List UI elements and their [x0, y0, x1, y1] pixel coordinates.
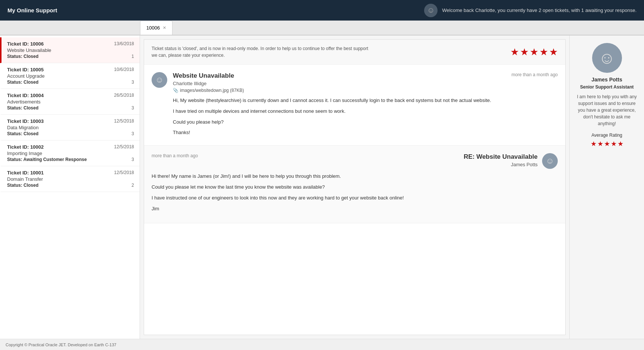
ticket-date: 13/6/2018: [114, 41, 134, 47]
app-header: My Online Support ☺ Welcome back Charlot…: [0, 0, 644, 21]
reply-body-p4: Jim: [152, 205, 538, 213]
ticket-item-10003[interactable]: Ticket ID: 10003 12/5/2018 Data Migratio…: [0, 115, 140, 140]
main-layout: Ticket ID: 10006 13/6/2018 Website Unava…: [0, 35, 644, 339]
ticket-count: 2: [131, 183, 134, 188]
reply-author: James Potts: [464, 162, 538, 167]
message-body-p1: Hi, My website (thestylearchive) is curr…: [173, 97, 558, 105]
sender-avatar-icon: ☺: [152, 72, 167, 88]
avg-star-half: ★: [617, 140, 623, 148]
rating-stars[interactable]: ★ ★ ★ ★ ★: [510, 46, 558, 58]
ticket-id: Ticket ID: 10006: [7, 41, 44, 47]
star-3[interactable]: ★: [530, 46, 538, 58]
agent-name: James Potts: [591, 77, 622, 83]
agent-role: Senior Support Assistant: [580, 84, 634, 90]
user-avatar-icon: ☺: [424, 4, 438, 17]
ticket-status: Status: Closed: [7, 183, 38, 188]
ticket-count: 3: [131, 105, 134, 111]
reply-time: more than a month ago: [152, 153, 198, 158]
closed-notice: Ticket status is 'closed', and is now in…: [144, 40, 565, 65]
message-body-p2: I have tried on multiple devices and int…: [173, 108, 558, 115]
ticket-item-10005[interactable]: Ticket ID: 10005 10/6/2018 Account Upgra…: [0, 63, 140, 89]
message-info: Website Unavailable Charlotte Illidge 📎 …: [173, 72, 244, 93]
ticket-status: Status: Closed: [7, 105, 38, 111]
ticket-subject: Data Migration: [7, 125, 134, 130]
original-message: ☺ Website Unavailable Charlotte Illidge …: [144, 65, 565, 146]
ticket-item-10006[interactable]: Ticket ID: 10006 13/6/2018 Website Unava…: [0, 37, 140, 63]
ticket-id: Ticket ID: 10002: [7, 144, 44, 150]
message-time: more than a month ago: [511, 72, 558, 77]
ticket-date: 26/5/2018: [114, 93, 134, 98]
ticket-item-10002[interactable]: Ticket ID: 10002 12/5/2018 Importing Ima…: [0, 140, 140, 166]
agent-side-panel: ☺ James Potts Senior Support Assistant I…: [569, 35, 644, 339]
tab-10006[interactable]: 10006 ✕: [140, 21, 172, 35]
ticket-count: 3: [131, 157, 134, 162]
content-area: Ticket status is 'closed', and is now in…: [140, 35, 644, 339]
attachment-text: images/websitedown.jpg (87KB): [180, 88, 244, 93]
reply-body-p1: Hi there! My name is James (or Jim!) and…: [152, 173, 538, 180]
tab-label: 10006: [146, 25, 160, 31]
tab-close-icon[interactable]: ✕: [163, 25, 166, 30]
ticket-status: Status: Closed: [7, 54, 38, 59]
ticket-subject: Domain Transfer: [7, 176, 134, 182]
avg-rating-stars: ★ ★ ★ ★ ★: [591, 140, 623, 148]
reply-body-p3: I have instructed one of our engineers t…: [152, 194, 538, 202]
message-body-p4: Thanks!: [173, 129, 558, 137]
ticket-subject: Advertisements: [7, 99, 134, 105]
ticket-date: 12/5/2018: [114, 118, 134, 124]
message-attachment: 📎 images/websitedown.jpg (87KB): [173, 88, 244, 93]
reply-message: more than a month ago RE: Website Unavai…: [144, 146, 565, 223]
message-title: Website Unavailable: [173, 72, 244, 80]
ticket-subject: Account Upgrade: [7, 73, 134, 79]
agent-bio: I am here to help you with any support i…: [575, 93, 638, 127]
ticket-status: Status: Closed: [7, 131, 38, 136]
ticket-id: Ticket ID: 10003: [7, 118, 44, 124]
attachment-icon: 📎: [173, 88, 178, 93]
star-4[interactable]: ★: [539, 46, 548, 58]
reply-body-p2: Could you please let me know the last ti…: [152, 183, 538, 191]
footer: Copyright © Practical Oracle JET. Develo…: [0, 339, 644, 350]
reply-title-block: RE: Website Unavailable James Potts: [464, 153, 538, 167]
header-right: ☺ Welcome back Charlotte, you currently …: [424, 4, 637, 17]
message-header: ☺ Website Unavailable Charlotte Illidge …: [152, 72, 558, 93]
ticket-detail: Ticket status is 'closed', and is now in…: [144, 39, 566, 335]
ticket-subject: Importing Image: [7, 151, 134, 156]
reply-right: RE: Website Unavailable James Potts ☺: [464, 153, 558, 169]
ticket-date: 12/5/2018: [114, 170, 134, 176]
ticket-count: 3: [131, 131, 134, 136]
reply-header: more than a month ago RE: Website Unavai…: [152, 153, 558, 169]
reply-title: RE: Website Unavailable: [464, 153, 538, 161]
star-5[interactable]: ★: [549, 46, 558, 58]
message-body-p3: Could you please help?: [173, 118, 558, 126]
ticket-id: Ticket ID: 10001: [7, 170, 44, 176]
ticket-date: 12/5/2018: [114, 144, 134, 150]
ticket-id: Ticket ID: 10005: [7, 67, 44, 72]
message-left: ☺ Website Unavailable Charlotte Illidge …: [152, 72, 244, 93]
avg-star-1: ★: [591, 140, 597, 148]
avg-rating-label: Average Rating: [591, 133, 622, 138]
ticket-item-10001[interactable]: Ticket ID: 10001 12/5/2018 Domain Transf…: [0, 166, 140, 192]
ticket-id: Ticket ID: 10004: [7, 93, 44, 98]
ticket-sidebar: Ticket ID: 10006 13/6/2018 Website Unava…: [0, 35, 140, 339]
message-body: Hi, My website (thestylearchive) is curr…: [173, 97, 558, 137]
ticket-subject: Website Unavailable: [7, 47, 134, 53]
agent-avatar-icon: ☺: [592, 43, 622, 73]
avg-star-2: ★: [597, 140, 603, 148]
ticket-date: 10/6/2018: [114, 67, 134, 72]
star-2[interactable]: ★: [520, 46, 529, 58]
ticket-status: Status: Awaiting Customer Response: [7, 157, 87, 162]
ticket-status: Status: Closed: [7, 80, 38, 85]
app-title: My Online Support: [7, 7, 57, 13]
star-1[interactable]: ★: [510, 46, 519, 58]
message-author: Charlotte Illidge: [173, 81, 244, 86]
ticket-count: 3: [131, 80, 134, 85]
closed-notice-text: Ticket status is 'closed', and is now in…: [152, 45, 375, 59]
welcome-message: Welcome back Charlotte, you currently ha…: [442, 7, 637, 13]
footer-text: Copyright © Practical Oracle JET. Develo…: [6, 343, 116, 347]
agent-avatar-small-icon: ☺: [542, 153, 558, 169]
ticket-item-10004[interactable]: Ticket ID: 10004 26/5/2018 Advertisement…: [0, 89, 140, 115]
avg-star-3: ★: [604, 140, 610, 148]
tab-bar: 10006 ✕: [0, 21, 644, 35]
reply-body: Hi there! My name is James (or Jim!) and…: [152, 173, 538, 213]
ticket-count: 1: [131, 54, 134, 59]
avg-star-4: ★: [611, 140, 617, 148]
